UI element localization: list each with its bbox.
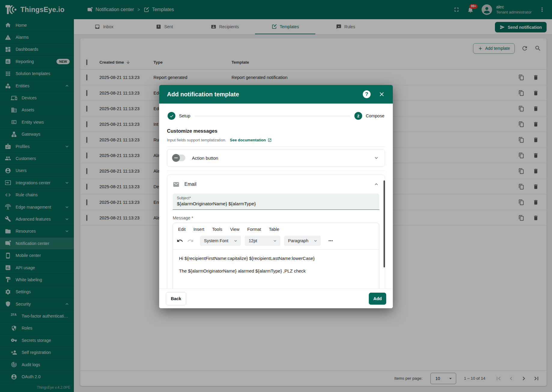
editor-menu-item[interactable]: Table	[269, 227, 279, 232]
editor-menu-item[interactable]: View	[230, 227, 239, 232]
chevron-down-icon	[373, 155, 379, 161]
templatization-hint: Input fields support templatization.	[167, 138, 226, 142]
expand-action-button[interactable]	[373, 155, 379, 161]
check-icon	[169, 114, 174, 118]
editor-menubar: Edit Insert Tools View Format Table	[173, 223, 379, 234]
email-section-label: Email	[184, 182, 196, 187]
chevron-up-icon	[373, 181, 379, 187]
message-field-label: Message *	[173, 216, 379, 220]
subject-field-label: Subject*	[177, 196, 375, 200]
editor-menu-item[interactable]: Format	[247, 227, 261, 232]
undo-icon	[177, 237, 183, 244]
dialog-scrollbar-thumb[interactable]	[384, 180, 385, 267]
editor-toolbar: System Font 12pt Paragraph	[173, 234, 379, 249]
dialog-footer: Back Add	[159, 288, 393, 308]
collapse-email-button[interactable]	[373, 181, 379, 187]
add-notification-template-dialog: Add notification template ? Setup 2	[159, 85, 393, 308]
stepper: Setup 2 Compose	[167, 109, 385, 120]
dialog-scroll-area: Action button Email Subje	[167, 146, 385, 288]
message-paragraph: The ${alarmOriginatorName} alarmed ${ala…	[179, 268, 373, 275]
dialog-body: Setup 2 Compose Customize messages Input…	[159, 104, 393, 288]
customize-messages-heading: Customize messages	[167, 128, 385, 134]
redo-icon	[187, 237, 194, 244]
subject-field[interactable]: Subject* ${alarmOriginatorName} ${alarmT…	[173, 194, 379, 210]
redo-button	[187, 237, 194, 244]
action-button-toggle[interactable]	[173, 155, 185, 161]
step-setup[interactable]: Setup	[168, 112, 190, 120]
dialog-header: Add notification template ?	[159, 85, 393, 104]
chevron-down-icon	[313, 238, 318, 243]
chevron-down-icon	[233, 238, 238, 243]
more-toolbar-button[interactable]	[328, 238, 334, 244]
rich-text-editor: Edit Insert Tools View Format Table	[173, 223, 379, 288]
message-editor-content[interactable]: Hi ${recipientFirstName:capitalize} ${re…	[173, 250, 379, 288]
dialog-title: Add notification template	[167, 91, 239, 98]
subject-field-value: ${alarmOriginatorName} ${alarmType}	[177, 201, 375, 207]
editor-menu-item[interactable]: Edit	[178, 227, 186, 232]
app-root: ThingsEye.io Notification center > Templ…	[0, 0, 552, 392]
action-button-label: Action button	[192, 155, 218, 161]
close-icon	[378, 91, 385, 98]
open-in-new-icon	[268, 138, 272, 142]
help-button[interactable]: ?	[363, 90, 371, 98]
editor-menu-item[interactable]: Tools	[212, 227, 222, 232]
step-compose[interactable]: 2 Compose	[354, 112, 384, 120]
mail-icon	[173, 181, 180, 188]
more-horiz-icon	[328, 238, 334, 244]
message-paragraph: Hi ${recipientFirstName:capitalize} ${re…	[179, 255, 373, 262]
back-button[interactable]: Back	[166, 292, 186, 305]
add-button[interactable]: Add	[369, 293, 386, 305]
font-size-select[interactable]: 12pt	[245, 236, 280, 246]
email-section: Email Subject* ${alarmOriginatorName} ${…	[167, 175, 385, 288]
action-button-section: Action button	[167, 149, 385, 167]
close-dialog-button[interactable]	[378, 91, 385, 98]
undo-button[interactable]	[177, 237, 183, 244]
see-documentation-link[interactable]: See documentation	[230, 138, 272, 142]
paragraph-style-select[interactable]: Paragraph	[284, 236, 321, 246]
chevron-down-icon	[272, 238, 278, 243]
editor-menu-item[interactable]: Insert	[193, 227, 204, 232]
font-family-select[interactable]: System Font	[200, 236, 241, 246]
